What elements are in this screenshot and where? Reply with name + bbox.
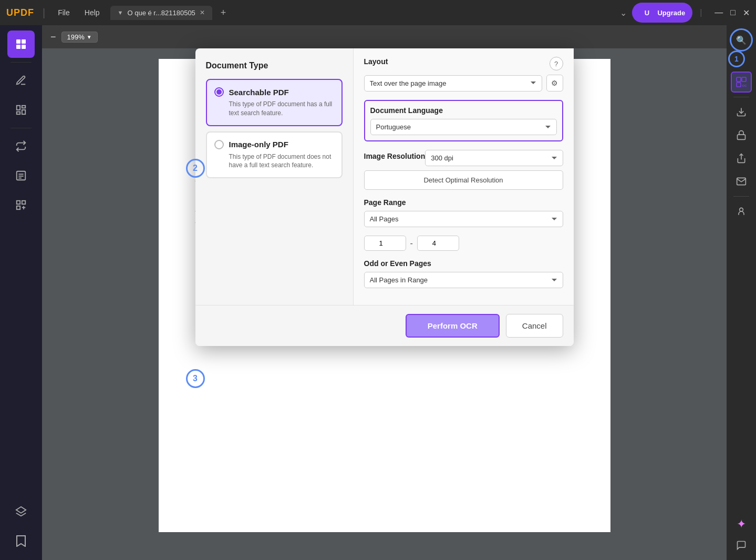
sidebar-item-edit[interactable] (7, 30, 35, 58)
image-only-pdf-radio[interactable] (214, 140, 224, 149)
zoom-out-button[interactable]: − (50, 32, 56, 43)
sidebar-item-layers[interactable] (7, 498, 35, 525)
close-window-icon[interactable]: ✕ (743, 8, 750, 18)
step-1-badge: 1 (728, 50, 745, 67)
odd-even-section: Odd or Even Pages All Pages in Range (364, 259, 563, 288)
right-divider-1 (733, 97, 749, 97)
right-sidebar-ai-icon[interactable]: ✦ (731, 514, 752, 535)
perform-ocr-button[interactable]: Perform OCR (406, 314, 500, 338)
svg-rect-1 (22, 39, 26, 44)
app-logo: UPDF (6, 7, 34, 18)
svg-rect-20 (737, 83, 741, 87)
right-sidebar: 🔍 1 OCR ✦ (727, 25, 756, 560)
sidebar-divider-1 (11, 62, 32, 63)
tab-close-icon[interactable]: ✕ (200, 9, 205, 16)
sidebar-divider-2 (11, 128, 32, 128)
zoom-dropdown-icon[interactable]: ▼ (87, 34, 92, 40)
zoom-toolbar: − 199% ▼ (42, 25, 727, 48)
tab-title: O que é r...821180505 (127, 9, 195, 17)
tab-dropdown-icon[interactable]: ▼ (118, 9, 123, 16)
sidebar-item-bookmark[interactable] (7, 527, 35, 555)
page-range-inputs: - (364, 236, 563, 251)
right-sidebar-chat-icon[interactable] (731, 535, 752, 556)
doc-lang-label: Document Language (370, 106, 557, 115)
step-2-badge: 2 (186, 159, 205, 178)
upgrade-button[interactable]: U Upgrade (632, 3, 692, 23)
svg-text:OCR: OCR (742, 84, 747, 87)
page-from-input[interactable] (364, 236, 406, 251)
layout-section: Layout ? Text over the page image ⚙ (364, 57, 563, 91)
image-res-select[interactable]: 300 dpi (425, 150, 563, 166)
right-sidebar-protect-icon[interactable] (731, 125, 752, 146)
user-avatar: U (639, 5, 654, 20)
searchable-pdf-desc: This type of PDF document has a full tex… (214, 100, 334, 118)
svg-rect-4 (17, 106, 20, 110)
sidebar-item-form[interactable] (7, 162, 35, 189)
svg-rect-14 (17, 206, 20, 209)
page-range-label: Page Range (364, 198, 563, 207)
dialog-left-panel: Document Type Searchable PDF This type o… (195, 48, 353, 305)
image-res-label: Image Resolution (364, 152, 426, 160)
page-range-select[interactable]: All Pages (364, 211, 563, 227)
zoom-value: 199% (67, 33, 85, 41)
layout-select-row: Text over the page image ⚙ (364, 75, 563, 91)
right-sidebar-search-icon[interactable]: 🔍 (731, 29, 752, 50)
step-3-badge: 3 (186, 369, 205, 388)
minimize-icon[interactable]: — (714, 8, 723, 18)
dialog-body: Document Type Searchable PDF This type o… (195, 48, 574, 305)
right-divider-2 (733, 196, 749, 197)
menu-file[interactable]: File (54, 6, 74, 19)
help-icon[interactable]: ? (550, 57, 563, 70)
searchable-pdf-label: Searchable PDF (229, 88, 289, 97)
upgrade-label: Upgrade (657, 9, 685, 17)
zoom-level-display[interactable]: 199% ▼ (61, 32, 98, 43)
menu-help[interactable]: Help (80, 6, 104, 19)
page-range-dash: - (410, 239, 413, 248)
svg-rect-13 (22, 201, 25, 204)
svg-point-25 (740, 208, 743, 211)
right-sidebar-email-icon[interactable] (731, 171, 752, 192)
image-only-pdf-desc: This type of PDF document does not have … (214, 152, 334, 170)
new-tab-button[interactable]: + (221, 7, 226, 18)
searchable-pdf-header: Searchable PDF (214, 87, 334, 97)
odd-even-select[interactable]: All Pages in Range (364, 272, 563, 288)
title-separator: | (43, 7, 45, 19)
layout-settings-button[interactable]: ⚙ (546, 75, 563, 91)
image-only-pdf-label: Image-only PDF (229, 140, 288, 149)
main-layout: − 199% ▼ (OCR)? Optical character recogn… (0, 25, 756, 560)
right-sidebar-ocr-icon[interactable]: OCR (731, 72, 752, 93)
tabs-dropdown-icon[interactable]: ⌄ (620, 8, 627, 18)
titlebar-right: ⌄ U Upgrade | — □ ✕ (620, 3, 750, 23)
sidebar-item-ocr[interactable] (7, 191, 35, 219)
svg-rect-18 (737, 77, 741, 82)
odd-even-label: Odd or Even Pages (364, 259, 563, 268)
svg-marker-17 (16, 507, 26, 513)
image-resolution-section: Image Resolution 300 dpi Detect Optimal … (364, 150, 563, 190)
layout-label: Layout (364, 57, 388, 66)
cancel-button[interactable]: Cancel (506, 314, 563, 338)
doc-lang-select[interactable]: Portuguese (370, 119, 557, 135)
layout-select[interactable]: Text over the page image (364, 75, 542, 91)
detect-optimal-resolution-button[interactable]: Detect Optimal Resolution (364, 170, 563, 190)
svg-rect-2 (16, 45, 20, 49)
right-sidebar-export-icon[interactable] (731, 101, 752, 123)
svg-rect-6 (22, 110, 25, 114)
svg-rect-7 (17, 112, 20, 115)
dialog-footer: Perform OCR Cancel (195, 305, 574, 346)
searchable-pdf-radio[interactable] (214, 87, 224, 97)
svg-rect-0 (16, 39, 20, 44)
svg-rect-3 (22, 45, 26, 49)
sidebar-item-convert[interactable] (7, 133, 35, 160)
page-to-input[interactable] (417, 236, 459, 251)
maximize-icon[interactable]: □ (730, 8, 736, 18)
image-only-pdf-option[interactable]: Image-only PDF This type of PDF document… (206, 131, 343, 179)
window-controls: — □ ✕ (714, 8, 750, 18)
sidebar-item-organize[interactable] (7, 96, 35, 124)
sidebar-item-annotate[interactable] (7, 67, 35, 94)
right-sidebar-share-icon[interactable] (731, 148, 752, 169)
right-sidebar-stamp-icon[interactable] (731, 201, 752, 222)
searchable-pdf-option[interactable]: Searchable PDF This type of PDF document… (206, 79, 343, 126)
document-tab[interactable]: ▼ O que é r...821180505 ✕ (110, 6, 212, 20)
titlebar: UPDF | File Help ▼ O que é r...821180505… (0, 0, 756, 25)
svg-rect-12 (17, 201, 20, 204)
